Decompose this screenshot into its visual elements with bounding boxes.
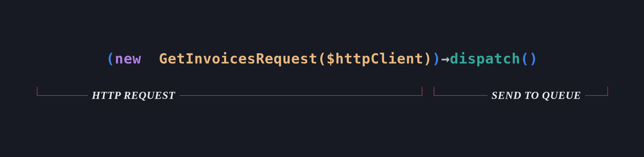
label-http-request: HTTP Request bbox=[88, 89, 179, 101]
code-expression: ( new GetInvoicesRequest ( $httpClient )… bbox=[106, 50, 538, 67]
label-send-to-queue: Send to queue bbox=[488, 89, 585, 101]
arrow-operator: → bbox=[441, 50, 450, 67]
class-name: GetInvoicesRequest bbox=[150, 50, 317, 67]
keyword-new: new bbox=[115, 50, 150, 67]
call-close-paren: ) bbox=[529, 50, 538, 67]
open-paren-inner: ( bbox=[317, 50, 326, 67]
open-paren-outer: ( bbox=[106, 50, 115, 67]
variable-http-client: $httpClient bbox=[327, 50, 423, 67]
close-paren-inner: ) bbox=[423, 50, 432, 67]
method-dispatch: dispatch bbox=[450, 50, 520, 67]
call-open-paren: ( bbox=[520, 50, 529, 67]
annotation-row: HTTP Request Send to queue bbox=[0, 87, 644, 107]
close-paren-outer: ) bbox=[432, 50, 441, 67]
